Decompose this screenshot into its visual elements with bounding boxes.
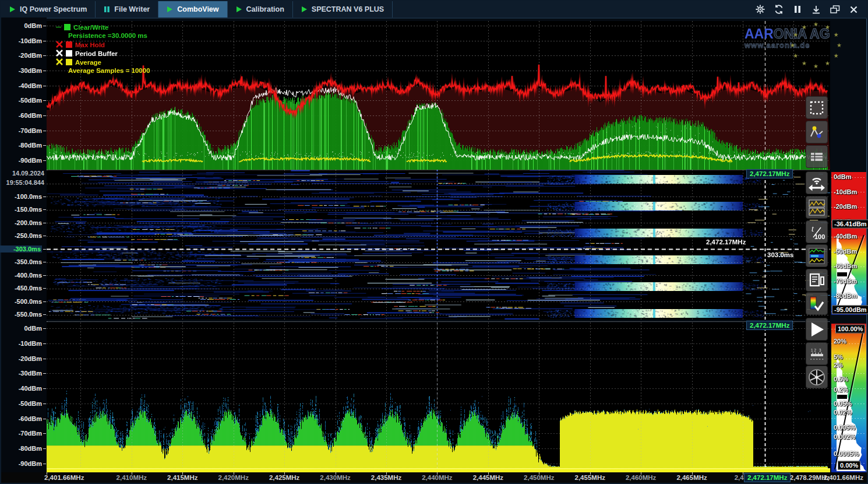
freq-tick-label: 2,465MHz bbox=[676, 474, 707, 481]
freq-tick-mark bbox=[590, 472, 591, 475]
axis-tick-mark bbox=[43, 314, 46, 315]
tab-bar: IQ Power SpectrumFile WriterComboViewCal… bbox=[1, 1, 867, 19]
colormap-button[interactable] bbox=[806, 292, 828, 315]
freq-tick-label: 2,460MHz bbox=[626, 474, 656, 481]
tab-iq-power-spectrum[interactable]: IQ Power Spectrum bbox=[1, 1, 96, 17]
freq-tick-mark bbox=[539, 472, 539, 475]
legend-x-icon[interactable] bbox=[56, 41, 63, 49]
aaronia-logo: AARONIA AG www.aaronia.de ★★★★★★★★★★★★ bbox=[744, 27, 838, 64]
svg-text:3: 3 bbox=[819, 348, 821, 352]
settings-icon[interactable] bbox=[755, 4, 765, 15]
axis-tick-mark bbox=[43, 288, 46, 289]
histogram-db-tick: -10dBm bbox=[2, 340, 42, 347]
level-colorbar-tick: 0dBm bbox=[834, 173, 852, 180]
download-icon[interactable] bbox=[811, 4, 821, 15]
trace-legend: Clear/WritePersistence =30.0000 msMax Ho… bbox=[56, 23, 150, 75]
panel-separator bbox=[47, 321, 830, 322]
axis-tick-mark bbox=[43, 160, 46, 161]
legend-swatch bbox=[66, 59, 72, 65]
legend-swatch bbox=[66, 50, 72, 57]
time-div-button[interactable]: t100 bbox=[806, 220, 828, 243]
axis-tick-mark bbox=[43, 145, 46, 146]
pause-icon[interactable] bbox=[792, 4, 803, 15]
logo-star-icon: ★ bbox=[790, 42, 795, 48]
table-button[interactable] bbox=[806, 145, 828, 168]
spectrum-db-tick: -50dBm bbox=[2, 97, 42, 104]
histogram-db-tick: 0dBm bbox=[2, 325, 42, 332]
freq-start-label-right: 2,401.66MHz bbox=[824, 474, 863, 481]
waterfall-cursor-freq-top: 2,472.17MHz bbox=[746, 169, 793, 178]
legend-swatch bbox=[64, 24, 70, 30]
logo-star-icon: ★ bbox=[813, 63, 818, 69]
tab-comboview[interactable]: ComboView bbox=[158, 1, 227, 17]
axis-tick-mark bbox=[43, 41, 46, 41]
histogram-db-tick: -40dBm bbox=[2, 385, 42, 392]
freq-tick-mark bbox=[336, 472, 336, 475]
spectrum-compare-button[interactable] bbox=[806, 196, 828, 219]
tab-label: SPECTRAN V6 PLUS bbox=[312, 5, 384, 13]
frequency-axis: 2,401.66MHz2,410MHz2,415MHz2,420MHz2,425… bbox=[1, 472, 867, 483]
axis-tick-mark bbox=[43, 115, 46, 116]
waterfall-time-tick: -450.0ms bbox=[2, 285, 42, 292]
spectrum-db-tick: -30dBm bbox=[2, 67, 42, 74]
freq-tick-mark bbox=[437, 472, 437, 475]
waterfall-time-tick: -200.0ms bbox=[2, 219, 42, 226]
axis-tick-mark bbox=[43, 131, 46, 131]
waterfall-cursor-time-inline: 303.0ms bbox=[767, 251, 793, 258]
waterfall-time-tick: -100.0ms bbox=[2, 193, 42, 200]
logo-star-icon: ★ bbox=[813, 21, 818, 27]
marker-button[interactable] bbox=[806, 121, 828, 143]
legend-label: Clear/Write bbox=[73, 24, 109, 31]
spectrum-db-tick: -90dBm bbox=[2, 157, 42, 164]
percent-colorbar-tick: 0.2% bbox=[834, 386, 848, 393]
logo-star-icon: ★ bbox=[834, 31, 839, 38]
histogram-db-tick: -30dBm bbox=[2, 370, 42, 377]
scale-button[interactable]: 1 23 bbox=[806, 342, 828, 365]
legend-label: Max Hold bbox=[75, 41, 105, 48]
logo-star-icon: ★ bbox=[825, 24, 830, 30]
axis-tick-mark bbox=[43, 275, 46, 276]
axis-tick-mark bbox=[43, 209, 46, 210]
rotor-button[interactable] bbox=[806, 366, 828, 388]
percent-min-box: 0.00% bbox=[838, 461, 860, 470]
spectrum-db-tick: -40dBm bbox=[2, 82, 42, 89]
percent-colorbar-tick: 2% bbox=[834, 362, 843, 369]
signal-direction-button[interactable] bbox=[806, 171, 828, 194]
panel-layout-button[interactable] bbox=[806, 269, 828, 292]
spectrum-db-tick: -10dBm bbox=[2, 37, 42, 44]
percent-colorbar-tick: 0.5% bbox=[834, 376, 848, 383]
legend-x-icon[interactable] bbox=[56, 58, 63, 66]
freq-tick-mark bbox=[692, 472, 693, 475]
view-tabs: IQ Power SpectrumFile WriterComboViewCal… bbox=[1, 1, 393, 17]
zoom-select-button[interactable] bbox=[806, 96, 828, 119]
level-colorbar-tick: -50dBm bbox=[834, 248, 857, 255]
histogram-db-tick: -60dBm bbox=[2, 415, 42, 422]
tab-calibration[interactable]: Calibration bbox=[228, 1, 293, 17]
tab-label: IQ Power Spectrum bbox=[20, 5, 87, 13]
level-colorbar-tick: -60dBm bbox=[834, 262, 857, 269]
percent-colorbar-tick: 5% bbox=[834, 353, 843, 360]
legend-x-icon[interactable] bbox=[56, 50, 63, 58]
tab-label: File Writer bbox=[114, 5, 150, 13]
tab-file-writer[interactable]: File Writer bbox=[96, 1, 158, 17]
close-icon[interactable] bbox=[848, 4, 859, 15]
spectrum-plot[interactable] bbox=[47, 21, 830, 170]
duplicate-window-icon[interactable] bbox=[830, 4, 840, 15]
logo-star-icon: ★ bbox=[793, 52, 798, 59]
freq-tick-mark bbox=[488, 472, 489, 475]
histogram-plot[interactable] bbox=[47, 322, 830, 472]
logo-star-icon: ★ bbox=[834, 52, 839, 59]
percent-colorbar-tick: 0.05% bbox=[834, 400, 852, 407]
tab-label: ComboView bbox=[177, 5, 218, 13]
level-colorbar-tick: -40dBm bbox=[834, 233, 857, 240]
svg-text:t: t bbox=[811, 225, 814, 233]
tab-spectran-v6-plus[interactable]: SPECTRAN V6 PLUS bbox=[293, 1, 393, 17]
axis-tick-mark bbox=[43, 464, 46, 464]
axis-tick-mark bbox=[43, 343, 46, 344]
play-button[interactable] bbox=[806, 318, 828, 341]
axis-tick-mark bbox=[43, 262, 46, 262]
legend-period-buffer: Period Buffer bbox=[56, 49, 150, 58]
logo-star-icon: ★ bbox=[825, 60, 830, 66]
combo-view-button[interactable] bbox=[806, 244, 828, 267]
refresh-icon[interactable] bbox=[774, 4, 784, 15]
